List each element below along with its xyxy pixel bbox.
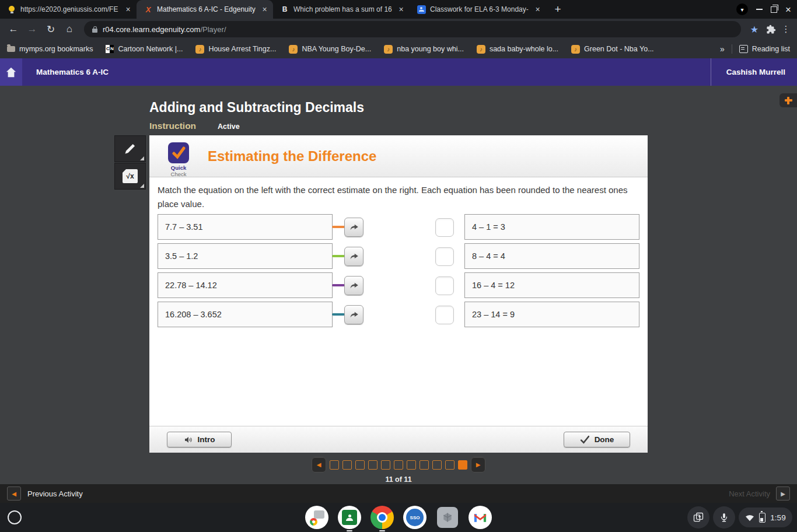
pager-square-6[interactable]	[394, 460, 403, 470]
tab-title: Mathematics 6 A-IC - Edgenuity	[157, 5, 256, 13]
gmail-m-icon	[474, 513, 487, 523]
answer-checkbox[interactable]	[435, 247, 454, 266]
bookmark-item[interactable]: ♪ NBA Young Boy-De...	[289, 45, 371, 54]
student-name[interactable]: Cashish Murrell	[711, 58, 797, 86]
tab-classroom[interactable]: Classwork for ELA 6-3 Monday-F ×	[410, 0, 546, 19]
screen: https://e2020.geniussis.com/FE × X Mathe…	[0, 0, 797, 532]
pager-square-5[interactable]	[381, 460, 390, 470]
plus-icon	[785, 97, 792, 104]
drag-arrow-button[interactable]	[344, 218, 363, 237]
microphone-button[interactable]	[713, 506, 735, 528]
bookmark-label: mymps.org bookmarks	[19, 45, 93, 53]
home-button[interactable]	[0, 58, 22, 86]
next-activity-button[interactable]: ▶	[776, 487, 790, 501]
new-tab-button[interactable]: +	[550, 1, 566, 18]
intro-button[interactable]: Intro	[167, 432, 232, 447]
minimize-button[interactable]	[756, 9, 763, 10]
google-classroom-icon[interactable]	[338, 506, 361, 529]
bookmark-item[interactable]: ♪ House Arrest Tingz...	[195, 45, 276, 54]
status-tray[interactable]: 1:59	[739, 508, 792, 527]
bookmark-label: NBA Young Boy-De...	[302, 45, 371, 53]
extensions-icon[interactable]	[763, 24, 778, 34]
tab-geniussis[interactable]: https://e2020.geniussis.com/FE ×	[0, 0, 137, 19]
close-tab-icon[interactable]: ×	[260, 5, 270, 15]
answer-checkbox[interactable]	[435, 276, 454, 295]
done-button[interactable]: Done	[564, 432, 630, 447]
equation-box[interactable]: 16.208 – 3.652	[158, 302, 333, 327]
pager-next-button[interactable]: ▶	[471, 457, 485, 473]
music-icon: ♪	[195, 45, 204, 54]
reading-list-button[interactable]: Reading list	[739, 45, 790, 53]
chrome-app-icon[interactable]	[305, 506, 328, 529]
tab-title: Which problem has a sum of 16	[293, 5, 392, 13]
equation-box[interactable]: 3.5 – 1.2	[158, 243, 333, 269]
drag-arrow-button[interactable]	[344, 247, 363, 266]
close-window-button[interactable]: ×	[785, 5, 791, 15]
pager-square-8[interactable]	[420, 460, 429, 470]
bookmark-label: Cartoon Network |...	[118, 45, 183, 53]
close-tab-icon[interactable]: ×	[123, 5, 133, 15]
estimate-box[interactable]: 23 – 14 = 9	[464, 302, 639, 327]
estimate-box[interactable]: 16 – 4 = 12	[464, 272, 639, 298]
bookmark-item[interactable]: ♪ sada baby-whole lo...	[477, 45, 558, 54]
pager-square-9[interactable]	[432, 460, 442, 470]
tab-edgenuity[interactable]: X Mathematics 6 A-IC - Edgenuity ×	[137, 0, 273, 19]
equation-box[interactable]: 7.7 – 3.51	[158, 214, 333, 240]
equation-box[interactable]: 22.78 – 14.12	[158, 272, 333, 298]
previous-activity-button[interactable]: ◀	[7, 487, 21, 501]
formula-tool-button[interactable]: √x	[114, 163, 146, 190]
pager-prev-button[interactable]: ◀	[312, 457, 326, 473]
home-icon[interactable]: ⌂	[61, 20, 78, 38]
bookmark-item[interactable]: mymps.org bookmarks	[7, 45, 93, 53]
lesson-tabs: Instruction Active	[149, 121, 240, 131]
bookmark-item[interactable]: ♪ Green Dot - Nba Yo...	[571, 45, 654, 54]
previous-activity-label: Previous Activity	[27, 489, 83, 498]
pager-square-7[interactable]	[407, 460, 416, 470]
launcher-icon[interactable]	[8, 510, 22, 524]
bookmark-item[interactable]: ♪ nba young boy whi...	[384, 45, 464, 54]
edgenuity-icon: X	[144, 5, 153, 14]
forward-icon[interactable]: →	[23, 20, 41, 38]
estimate-box[interactable]: 4 – 1 = 3	[464, 214, 639, 240]
status-active: Active	[218, 123, 240, 131]
pager-label: 11 of 11	[385, 475, 411, 484]
address-bar[interactable]: r04.core.learn.edgenuity.com/Player/	[84, 21, 741, 37]
bookmarks-overflow-icon[interactable]: »	[720, 44, 725, 54]
gmail-icon[interactable]	[469, 506, 492, 529]
sidebar-flyout-tab[interactable]	[779, 93, 797, 107]
lesson-content: Adding and Subtracting Decimals Instruct…	[0, 86, 797, 484]
pencil-tool-button[interactable]	[114, 135, 146, 162]
bookmark-item[interactable]: CN Cartoon Network |...	[106, 45, 183, 53]
arrow-icon	[349, 251, 359, 262]
tab-brainly[interactable]: B Which problem has a sum of 16 ×	[273, 0, 410, 19]
drag-arrow-button[interactable]	[344, 276, 363, 295]
pager-square-1[interactable]	[330, 460, 339, 470]
restore-button[interactable]	[771, 6, 777, 13]
pager-square-11[interactable]	[458, 460, 467, 470]
answer-checkbox[interactable]	[435, 218, 454, 237]
close-tab-icon[interactable]: ×	[533, 5, 543, 15]
bookmark-star-icon[interactable]: ★	[747, 24, 762, 35]
estimate-box[interactable]: 8 – 4 = 4	[464, 243, 639, 269]
chrome-browser-icon[interactable]	[370, 506, 394, 529]
browser-menu-icon[interactable]: ⋮	[779, 24, 792, 34]
screen-capture-icon	[693, 512, 704, 523]
drag-arrow-button[interactable]	[344, 305, 363, 324]
pager-square-10[interactable]	[445, 460, 455, 470]
mps-sso-icon[interactable]: SSO	[403, 506, 427, 529]
answer-checkbox[interactable]	[435, 306, 454, 324]
pager-square-4[interactable]	[368, 460, 377, 470]
music-icon: ♪	[477, 45, 485, 54]
lock-icon[interactable]	[92, 29, 97, 33]
pager-square-3[interactable]	[355, 460, 365, 470]
connector-line	[332, 284, 345, 286]
pager-square-2[interactable]	[342, 460, 352, 470]
placeholder-app-icon[interactable]	[436, 506, 459, 529]
tab-search-icon[interactable]: ▾	[736, 4, 748, 15]
screen-capture-button[interactable]	[687, 506, 709, 528]
done-label: Done	[595, 435, 614, 444]
close-tab-icon[interactable]: ×	[396, 5, 406, 15]
tab-instruction[interactable]: Instruction	[149, 121, 196, 131]
reload-icon[interactable]: ↻	[42, 20, 60, 38]
back-icon[interactable]: ←	[5, 20, 22, 38]
